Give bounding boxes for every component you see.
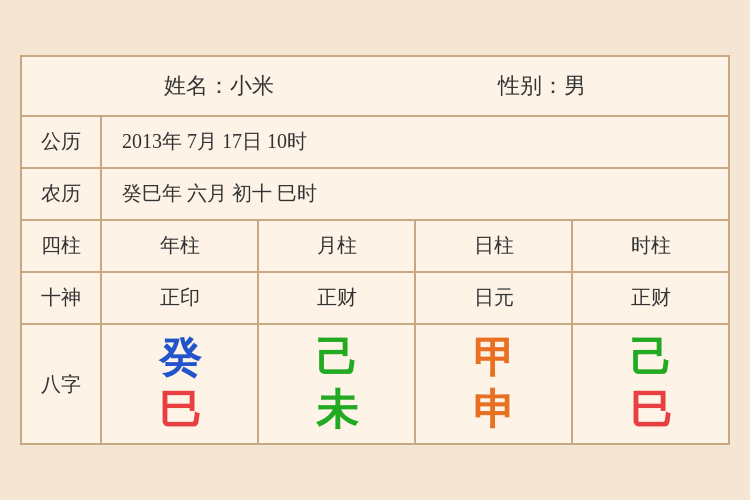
nongli-label: 农历 xyxy=(22,169,102,219)
shishen-cell-2: 日元 xyxy=(416,273,573,323)
shishen-cell-3: 正财 xyxy=(573,273,728,323)
bazhi-top-1: 己 xyxy=(316,335,358,381)
bazhi-label: 八字 xyxy=(22,325,102,443)
shishen-row: 十神 正印 正财 日元 正财 xyxy=(22,273,728,325)
bazhi-top-0: 癸 xyxy=(159,335,201,381)
sizhu-cell-2: 日柱 xyxy=(416,221,573,271)
bazhi-bottom-2: 申 xyxy=(473,387,515,433)
bazhi-cell-2: 甲 申 xyxy=(416,325,573,443)
shishen-cells: 正印 正财 日元 正财 xyxy=(102,273,728,323)
bazhi-bottom-1: 未 xyxy=(316,387,358,433)
bazhi-top-2: 甲 xyxy=(473,335,515,381)
shishen-label: 十神 xyxy=(22,273,102,323)
name-label: 姓名：小米 xyxy=(164,71,274,101)
sizhu-cell-3: 时柱 xyxy=(573,221,728,271)
gongli-content: 2013年 7月 17日 10时 xyxy=(102,117,728,167)
bazhi-bottom-3: 巳 xyxy=(630,387,672,433)
main-table: 姓名：小米 性别：男 公历 2013年 7月 17日 10时 农历 癸巳年 六月… xyxy=(20,55,730,445)
header-row: 姓名：小米 性别：男 xyxy=(22,57,728,117)
sizhu-row: 四柱 年柱 月柱 日柱 时柱 xyxy=(22,221,728,273)
nongli-row: 农历 癸巳年 六月 初十 巳时 xyxy=(22,169,728,221)
bazhi-top-3: 己 xyxy=(630,335,672,381)
gender-label: 性别：男 xyxy=(498,71,586,101)
bazhi-bottom-0: 巳 xyxy=(159,387,201,433)
nongli-content: 癸巳年 六月 初十 巳时 xyxy=(102,169,728,219)
gongli-row: 公历 2013年 7月 17日 10时 xyxy=(22,117,728,169)
sizhu-label: 四柱 xyxy=(22,221,102,271)
bazhi-cell-0: 癸 巳 xyxy=(102,325,259,443)
gongli-label: 公历 xyxy=(22,117,102,167)
sizhu-cell-1: 月柱 xyxy=(259,221,416,271)
shishen-cell-1: 正财 xyxy=(259,273,416,323)
shishen-cell-0: 正印 xyxy=(102,273,259,323)
sizhu-cells: 年柱 月柱 日柱 时柱 xyxy=(102,221,728,271)
sizhu-cell-0: 年柱 xyxy=(102,221,259,271)
bazhi-cell-3: 己 巳 xyxy=(573,325,728,443)
bazhi-cells: 癸 巳 己 未 甲 申 己 巳 xyxy=(102,325,728,443)
bazhi-cell-1: 己 未 xyxy=(259,325,416,443)
bazhi-row: 八字 癸 巳 己 未 甲 申 己 巳 xyxy=(22,325,728,443)
